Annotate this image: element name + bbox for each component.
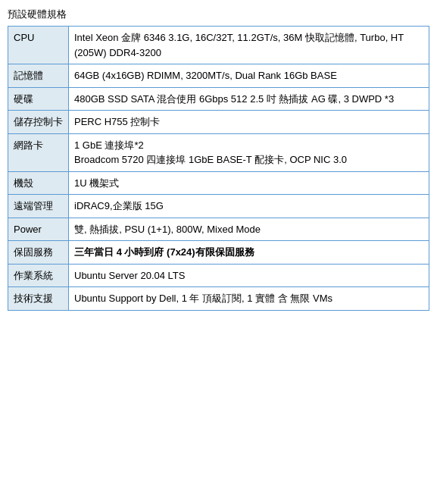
table-row-cpu: CPUIntel Xeon 金牌 6346 3.1G, 16C/32T, 11.… <box>8 27 429 64</box>
table-row-os: 作業系統Ubuntu Server 20.04 LTS <box>8 264 429 287</box>
table-row-raid: 儲存控制卡PERC H755 控制卡 <box>8 111 429 134</box>
row-label-os: 作業系統 <box>8 264 69 287</box>
row-label-cpu: CPU <box>8 27 69 64</box>
row-value-raid: PERC H755 控制卡 <box>69 111 429 134</box>
row-value-chassis: 1U 機架式 <box>69 171 429 195</box>
row-value-cpu: Intel Xeon 金牌 6346 3.1G, 16C/32T, 11.2GT… <box>69 27 429 64</box>
row-value-power: 雙, 熱插拔, PSU (1+1), 800W, Mixed Mode <box>69 218 429 241</box>
row-label-nic: 網路卡 <box>8 133 69 171</box>
table-row-storage: 硬碟480GB SSD SATA 混合使用 6Gbps 512 2.5 吋 熱插… <box>8 87 429 111</box>
row-value-warranty: 三年當日 4 小時到府 (7x24)有限保固服務 <box>69 241 429 265</box>
spec-table: CPUIntel Xeon 金牌 6346 3.1G, 16C/32T, 11.… <box>8 26 429 311</box>
table-row-power: Power雙, 熱插拔, PSU (1+1), 800W, Mixed Mode <box>8 218 429 241</box>
table-row-remote: 遠端管理iDRAC9,企業版 15G <box>8 195 429 218</box>
row-label-memory: 記憶體 <box>8 64 69 88</box>
row-label-support: 技術支援 <box>8 287 69 311</box>
row-label-warranty: 保固服務 <box>8 241 69 265</box>
row-label-power: Power <box>8 218 69 241</box>
page-title: 預設硬體規格 <box>8 8 429 21</box>
row-value-storage: 480GB SSD SATA 混合使用 6Gbps 512 2.5 吋 熱插拔 … <box>69 87 429 111</box>
table-row-warranty: 保固服務三年當日 4 小時到府 (7x24)有限保固服務 <box>8 241 429 265</box>
row-value-memory: 64GB (4x16GB) RDIMM, 3200MT/s, Dual Rank… <box>69 64 429 88</box>
row-value-nic: 1 GbE 連接埠*2Broadcom 5720 四連接埠 1GbE BASE-… <box>69 133 429 171</box>
row-label-chassis: 機殼 <box>8 171 69 195</box>
table-row-memory: 記憶體64GB (4x16GB) RDIMM, 3200MT/s, Dual R… <box>8 64 429 88</box>
row-value-remote: iDRAC9,企業版 15G <box>69 195 429 218</box>
row-label-remote: 遠端管理 <box>8 195 69 218</box>
row-label-raid: 儲存控制卡 <box>8 111 69 134</box>
row-value-support: Ubuntu Support by Dell, 1 年 頂級訂閱, 1 實體 含… <box>69 287 429 311</box>
row-label-storage: 硬碟 <box>8 87 69 111</box>
table-row-nic: 網路卡1 GbE 連接埠*2Broadcom 5720 四連接埠 1GbE BA… <box>8 133 429 171</box>
table-row-support: 技術支援Ubuntu Support by Dell, 1 年 頂級訂閱, 1 … <box>8 287 429 311</box>
table-row-chassis: 機殼1U 機架式 <box>8 171 429 195</box>
row-value-os: Ubuntu Server 20.04 LTS <box>69 264 429 287</box>
